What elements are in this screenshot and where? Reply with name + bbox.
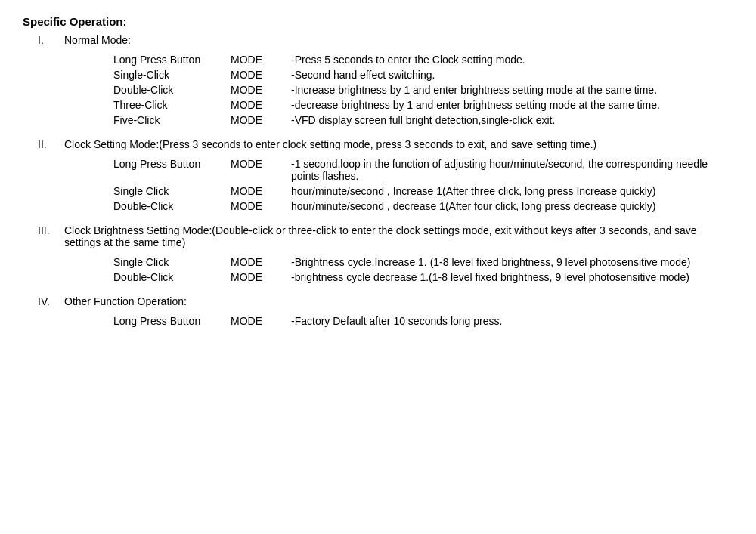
op-name-2-1: Double-Click bbox=[113, 271, 231, 283]
operations-3: Long Press ButtonMODE-Factory Default af… bbox=[113, 315, 733, 327]
op-name-0-2: Double-Click bbox=[113, 84, 231, 96]
op-mode-1-2: MODE bbox=[231, 200, 291, 212]
op-desc-2-1: -brightness cycle decrease 1.(1-8 level … bbox=[291, 271, 733, 283]
roman-numeral-2: III. bbox=[23, 224, 64, 248]
op-desc-0-4: -VFD display screen full bright detectio… bbox=[291, 114, 733, 126]
section-title-1: Clock Setting Mode:(Press 3 seconds to e… bbox=[64, 138, 733, 150]
roman-numeral-0: I. bbox=[23, 34, 64, 46]
op-name-3-0: Long Press Button bbox=[113, 315, 231, 327]
page-container: Specific Operation: I.Normal Mode:Long P… bbox=[23, 15, 733, 327]
op-desc-3-0: -Factory Default after 10 seconds long p… bbox=[291, 315, 733, 327]
op-mode-1-1: MODE bbox=[231, 185, 291, 197]
op-mode-0-0: MODE bbox=[231, 54, 291, 66]
operation-row-0-1: Single-ClickMODE-Second hand effect swit… bbox=[113, 69, 733, 81]
op-mode-0-2: MODE bbox=[231, 84, 291, 96]
operation-row-3-0: Long Press ButtonMODE-Factory Default af… bbox=[113, 315, 733, 327]
operation-row-1-0: Long Press ButtonMODE-1 second,loop in t… bbox=[113, 158, 733, 182]
op-desc-0-1: -Second hand effect switching. bbox=[291, 69, 733, 81]
section-header-1: II.Clock Setting Mode:(Press 3 seconds t… bbox=[23, 138, 733, 150]
section-title-3: Other Function Operation: bbox=[64, 295, 733, 307]
section-title-2: Clock Brightness Setting Mode:(Double-cl… bbox=[64, 224, 733, 248]
roman-numeral-1: II. bbox=[23, 138, 64, 150]
op-name-0-1: Single-Click bbox=[113, 69, 231, 81]
section-header-2: III.Clock Brightness Setting Mode:(Doubl… bbox=[23, 224, 733, 248]
operations-2: Single ClickMODE-Brightness cycle,Increa… bbox=[113, 256, 733, 283]
operation-row-1-2: Double-ClickMODEhour/minute/second , dec… bbox=[113, 200, 733, 212]
main-title: Specific Operation: bbox=[23, 15, 733, 28]
operation-row-2-0: Single ClickMODE-Brightness cycle,Increa… bbox=[113, 256, 733, 268]
op-mode-0-1: MODE bbox=[231, 69, 291, 81]
op-mode-2-0: MODE bbox=[231, 256, 291, 268]
section-1: II.Clock Setting Mode:(Press 3 seconds t… bbox=[23, 138, 733, 212]
op-name-2-0: Single Click bbox=[113, 256, 231, 268]
operation-row-0-0: Long Press ButtonMODE-Press 5 seconds to… bbox=[113, 54, 733, 66]
section-header-0: I.Normal Mode: bbox=[23, 34, 733, 46]
op-name-0-4: Five-Click bbox=[113, 114, 231, 126]
op-mode-1-0: MODE bbox=[231, 158, 291, 170]
section-3: IV.Other Function Operation:Long Press B… bbox=[23, 295, 733, 327]
op-desc-0-2: -Increase brightness by 1 and enter brig… bbox=[291, 84, 733, 96]
op-name-0-3: Three-Click bbox=[113, 99, 231, 111]
section-header-3: IV.Other Function Operation: bbox=[23, 295, 733, 307]
op-name-1-0: Long Press Button bbox=[113, 158, 231, 170]
op-name-0-0: Long Press Button bbox=[113, 54, 231, 66]
operations-1: Long Press ButtonMODE-1 second,loop in t… bbox=[113, 158, 733, 212]
operation-row-0-2: Double-ClickMODE-Increase brightness by … bbox=[113, 84, 733, 96]
section-0: I.Normal Mode:Long Press ButtonMODE-Pres… bbox=[23, 34, 733, 126]
op-name-1-2: Double-Click bbox=[113, 200, 231, 212]
op-desc-1-1: hour/minute/second , Increase 1(After th… bbox=[291, 185, 733, 197]
op-desc-0-0: -Press 5 seconds to enter the Clock sett… bbox=[291, 54, 733, 66]
section-2: III.Clock Brightness Setting Mode:(Doubl… bbox=[23, 224, 733, 283]
op-desc-1-0: -1 second,loop in the function of adjust… bbox=[291, 158, 733, 182]
op-desc-0-3: -decrease brightness by 1 and enter brig… bbox=[291, 99, 733, 111]
operations-0: Long Press ButtonMODE-Press 5 seconds to… bbox=[113, 54, 733, 126]
operation-row-0-3: Three-ClickMODE-decrease brightness by 1… bbox=[113, 99, 733, 111]
operation-row-0-4: Five-ClickMODE-VFD display screen full b… bbox=[113, 114, 733, 126]
section-title-0: Normal Mode: bbox=[64, 34, 733, 46]
op-mode-3-0: MODE bbox=[231, 315, 291, 327]
operation-row-2-1: Double-ClickMODE-brightness cycle decrea… bbox=[113, 271, 733, 283]
op-desc-2-0: -Brightness cycle,Increase 1. (1-8 level… bbox=[291, 256, 733, 268]
op-desc-1-2: hour/minute/second , decrease 1(After fo… bbox=[291, 200, 733, 212]
op-mode-0-3: MODE bbox=[231, 99, 291, 111]
sections-container: I.Normal Mode:Long Press ButtonMODE-Pres… bbox=[23, 34, 733, 327]
op-mode-2-1: MODE bbox=[231, 271, 291, 283]
operation-row-1-1: Single ClickMODEhour/minute/second , Inc… bbox=[113, 185, 733, 197]
roman-numeral-3: IV. bbox=[23, 295, 64, 307]
op-mode-0-4: MODE bbox=[231, 114, 291, 126]
op-name-1-1: Single Click bbox=[113, 185, 231, 197]
